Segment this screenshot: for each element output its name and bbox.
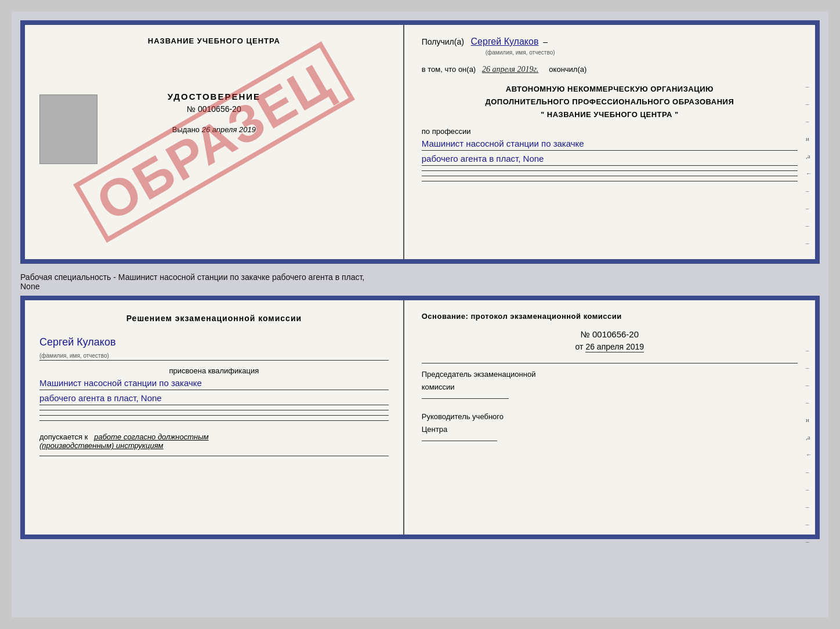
chairman-block: Председатель экзаменационной комиссии: [422, 368, 798, 399]
bottom-dash-3: [39, 420, 389, 421]
udostoverenie-label: УДОСТОВЕРЕНИЕ: [168, 92, 260, 101]
bottom-fio-hint: (фамилия, имя, отчество): [39, 352, 109, 359]
prisvoyena-text: присвоена квалификация: [39, 366, 389, 375]
decision-text: Решением экзаменационной комиссии: [39, 312, 389, 325]
qualification-line1: Машинист насосной станции по закачке: [39, 378, 389, 390]
received-line: Получил(а) Сергей Кулаков – (фамилия, им…: [422, 37, 798, 56]
vydano-date: 26 апреля 2019: [202, 125, 256, 134]
bottom-name-underline: (фамилия, имя, отчество): [39, 350, 389, 361]
dash-line-1: [422, 170, 798, 171]
chairman-label2: комиссии: [422, 381, 798, 394]
profession-line1: Машинист насосной станции по закачке: [422, 139, 798, 151]
bottom-left-panel: Решением экзаменационной комиссии Сергей…: [25, 300, 404, 535]
bottom-dash-2: [39, 415, 389, 416]
received-label: Получил(а): [422, 37, 464, 46]
bottom-document: Решением экзаменационной комиссии Сергей…: [20, 296, 820, 539]
udostoverenie-number: № 0010656-20: [187, 104, 241, 114]
rukovoditel-signature-line: [422, 441, 497, 441]
protocol-number: № 0010656-20: [422, 329, 798, 339]
org-line2: ДОПОЛНИТЕЛЬНОГО ПРОФЕССИОНАЛЬНОГО ОБРАЗО…: [485, 97, 734, 106]
bottom-name: Сергей Кулаков: [39, 336, 389, 348]
between-text-line1: Рабочая специальность - Машинист насосно…: [20, 272, 820, 282]
between-text-line2: None: [20, 282, 820, 291]
vydano-label: Выдано: [172, 125, 200, 134]
top-left-panel: НАЗВАНИЕ УЧЕБНОГО ЦЕНТРА ОБРАЗЕЦ УДОСТОВ…: [25, 25, 404, 259]
page-wrapper: НАЗВАНИЕ УЧЕБНОГО ЦЕНТРА ОБРАЗЕЦ УДОСТОВ…: [12, 12, 828, 617]
protocol-date-value: 26 апреля 2019: [585, 342, 644, 352]
top-right-panel: Получил(а) Сергей Кулаков – (фамилия, им…: [404, 25, 815, 259]
bottom-side-marks: – – – – и ,а ← – – – – –: [806, 347, 812, 545]
bottom-dash-4: [39, 456, 389, 456]
dopuskaetsya-text: работе согласно должностным: [94, 432, 208, 441]
date-value: 26 апреля 2019г.: [482, 65, 538, 74]
bottom-right-panel: Основание: протокол экзаменационной коми…: [404, 300, 815, 535]
rukovoditel-block: Руководитель учебного Центра: [422, 410, 798, 441]
recipient-name: Сергей Кулаков: [471, 37, 539, 46]
qualification-line2: рабочего агента в пласт, None: [39, 393, 389, 405]
dopuskaetsya-block: допускается к работе согласно должностны…: [39, 432, 389, 450]
top-center-title: НАЗВАНИЕ УЧЕБНОГО ЦЕНТРА: [39, 37, 389, 45]
org-block: АВТОНОМНУЮ НЕКОММЕРЧЕСКУЮ ОРГАНИЗАЦИЮ ДО…: [422, 83, 798, 121]
profession-label: по профессии: [422, 127, 798, 136]
rukovoditel-label: Руководитель учебного: [422, 410, 798, 423]
protocol-date-prefix: от: [575, 342, 584, 351]
dash-line-2: [422, 176, 798, 176]
dash-line-3: [422, 181, 798, 181]
org-line3: " НАЗВАНИЕ УЧЕБНОГО ЦЕНТРА ": [541, 110, 679, 119]
side-marks-right: – – – и ,а ← – – – –: [806, 83, 812, 246]
dopuskaetsya-text2: (производственным) инструкциям: [39, 441, 164, 450]
bottom-dash-1: [39, 410, 389, 410]
top-document: НАЗВАНИЕ УЧЕБНОГО ЦЕНТРА ОБРАЗЕЦ УДОСТОВ…: [20, 20, 820, 264]
date-suffix: окончил(а): [549, 65, 586, 74]
org-line1: АВТОНОМНУЮ НЕКОММЕРЧЕСКУЮ ОРГАНИЗАЦИЮ: [506, 85, 714, 93]
fio-hint-top: (фамилия, имя, отчество): [486, 49, 555, 56]
date-prefix: в том, что он(а): [422, 65, 476, 74]
chairman-label: Председатель экзаменационной: [422, 368, 798, 381]
bottom-name-block: Сергей Кулаков (фамилия, имя, отчество): [39, 336, 389, 361]
profession-line2: рабочего агента в пласт, None: [422, 154, 798, 166]
bottom-right-dash: [422, 363, 798, 363]
photo-placeholder: [39, 94, 97, 164]
dopuskaetsya-prefix: допускается к: [39, 432, 88, 441]
watermark-obrazets: ОБРАЗЕЦ: [73, 41, 355, 242]
tsentra-label: Центра: [422, 423, 798, 436]
protocol-date: от 26 апреля 2019: [422, 342, 798, 351]
chairman-signature-line: [422, 398, 509, 399]
osnование-text: Основание: протокол экзаменационной коми…: [422, 312, 798, 321]
date-line: в том, что он(а) 26 апреля 2019г. окончи…: [422, 65, 798, 74]
